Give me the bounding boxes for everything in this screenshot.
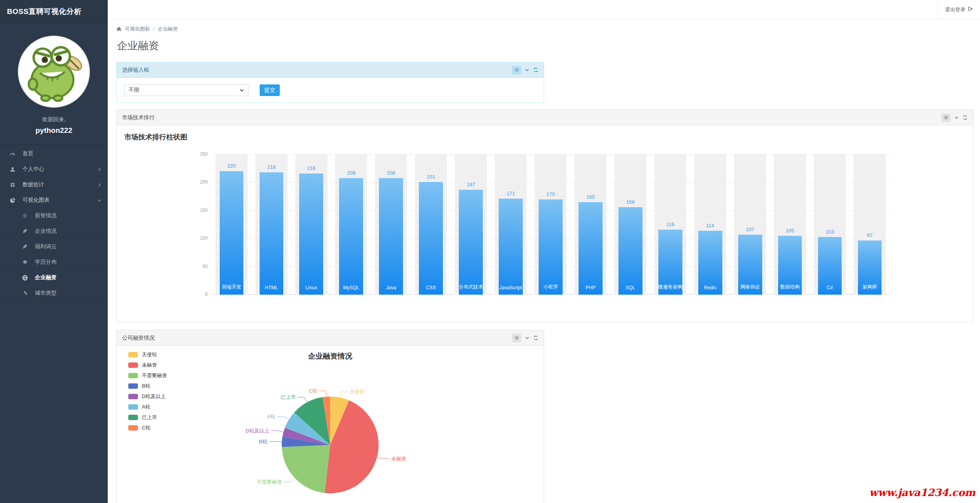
bar-slot-JavaScript[interactable]: 171JavaScript (491, 155, 531, 295)
sidebar-subitem-label: 企业情况 (35, 228, 57, 235)
legend-item-C轮[interactable]: C轮 (128, 424, 167, 431)
refresh-icon[interactable] (533, 67, 538, 72)
y-axis-tick-label: 200 (200, 179, 208, 185)
bar-slot-数据结构[interactable]: 105数据结构 (770, 155, 810, 295)
legend-swatch (128, 373, 138, 378)
legend-item-不需要融资[interactable]: 不需要融资 (128, 372, 167, 379)
sidebar-subitem-label: 薪资情况 (35, 212, 57, 219)
sidebar-subitem-企业情况[interactable]: 企业情况 (0, 223, 108, 239)
bar-value-label: 105 (770, 228, 810, 233)
bar-panel-title: 市场技术排行 (122, 114, 941, 121)
bar-slot-SQL[interactable]: 156SQL (610, 155, 650, 295)
sidebar-subitem-薪资情况[interactable]: 薪资情况 (0, 208, 108, 223)
sidebar-item-个人中心[interactable]: 个人中心 (0, 161, 108, 177)
refresh-icon[interactable] (533, 335, 538, 340)
gear-icon[interactable] (941, 113, 951, 122)
bar-slot-网络协议[interactable]: 107网络协议 (730, 155, 770, 295)
pie-slice-不需要融资[interactable] (282, 445, 330, 493)
grid-icon (9, 182, 16, 187)
refresh-icon[interactable] (963, 115, 968, 120)
y-axis-tick-label: 150 (200, 208, 208, 213)
pie-slice-label: 不需要融资 (257, 479, 282, 485)
bar-slot-Redis[interactable]: 114Redis (690, 155, 730, 295)
legend-swatch (128, 352, 138, 357)
collapse-chevron-icon[interactable] (525, 336, 529, 340)
filter-panel: 选择输入框 (116, 62, 544, 103)
sidebar-subitem-福利词云[interactable]: 福利词云 (0, 239, 108, 254)
sidebar-subitem-企业融资[interactable]: 企业融资 (0, 270, 108, 285)
bar-slot-架构师[interactable]: 97架构师 (850, 155, 890, 295)
user-icon (9, 167, 16, 172)
logout-button[interactable]: 退出登录 (938, 0, 980, 19)
bar-slot-小程序[interactable]: 170小程序 (531, 155, 571, 295)
legend-swatch (128, 415, 138, 420)
pie-label-leader-line (377, 457, 389, 459)
legend-item-天使轮[interactable]: 天使轮 (128, 351, 167, 358)
legend-item-A轮[interactable]: A轮 (128, 403, 167, 410)
bar-slot-Java[interactable]: 208Java (371, 155, 411, 295)
y-axis-tick-label: 250 (200, 151, 208, 157)
globe-icon (22, 275, 28, 281)
bar-category-label: Linux (291, 285, 331, 290)
sidebar-item-label: 个人中心 (22, 166, 44, 173)
bar-slot-CSS[interactable]: 201CSS (411, 155, 451, 295)
bar-slot-Linux[interactable]: 216Linux (291, 155, 331, 295)
pie-slice-label: D轮及以上 (246, 428, 269, 434)
bar-slot-分布式技术[interactable]: 187分布式技术 (451, 155, 491, 295)
profile-section: 欢迎回来, python222 (0, 23, 108, 145)
avatar (18, 36, 90, 108)
bar-slot-HTML[interactable]: 218HTML (251, 155, 291, 295)
filter-panel-title: 选择输入框 (122, 67, 512, 74)
gear-icon[interactable] (512, 334, 521, 342)
panel-tools (941, 113, 968, 122)
rocket-icon (22, 290, 28, 296)
pie-chart: 天使轮未融资不需要融资B轮D轮及以上A轮已上市C轮 (117, 346, 544, 503)
legend-item-D轮及以上[interactable]: D轮及以上 (128, 393, 167, 400)
legend-swatch (128, 362, 138, 368)
logout-icon (968, 6, 973, 13)
financing-select[interactable]: 不限 (124, 84, 248, 96)
sidebar-item-首页[interactable]: 首页 (0, 146, 108, 161)
username: python222 (0, 126, 108, 135)
y-axis-tick-label: 100 (200, 235, 208, 241)
breadcrumb-item[interactable]: 可视化图标 (125, 26, 150, 33)
bar-value-label: 156 (610, 199, 650, 205)
gear-icon[interactable] (512, 66, 521, 74)
sidebar-item-数据统计[interactable]: 数据统计 (0, 177, 108, 192)
bar-value-label: 170 (531, 191, 571, 197)
pie-label-leader-line (269, 441, 282, 442)
pie-slice-label: 未融资 (391, 456, 406, 462)
pie-slice-label: A轮 (267, 414, 276, 419)
sidebar-subitem-学历分布[interactable]: 学历分布 (0, 254, 108, 270)
bar-category-label: SQL (610, 285, 650, 290)
bar-value-label: 114 (690, 223, 730, 228)
legend-item-未融资[interactable]: 未融资 (128, 362, 167, 369)
bar-slot-微服务架构[interactable]: 116微服务架构 (650, 155, 690, 295)
pie-label-leader-line (271, 431, 283, 432)
sidebar-item-可视化图表[interactable]: 可视化图表 (0, 192, 108, 208)
sidebar-subitem-label: 福利词云 (35, 243, 57, 250)
bar-category-label: 前端开发 (212, 284, 251, 290)
collapse-chevron-icon[interactable] (525, 68, 529, 72)
pie-label-leader-line (340, 392, 348, 398)
bar (618, 207, 642, 295)
chevron-down-icon (97, 198, 102, 203)
legend-item-已上市[interactable]: 已上市 (128, 414, 167, 421)
legend-item-B轮[interactable]: B轮 (128, 383, 167, 390)
collapse-chevron-icon[interactable] (954, 115, 959, 120)
legend-swatch (128, 404, 138, 410)
y-axis-tick-label: 0 (205, 292, 208, 297)
bar-slot-MySQL[interactable]: 208MySQL (331, 155, 371, 295)
bar-slot-前端开发[interactable]: 220前端开发 (212, 155, 251, 295)
submit-button[interactable]: 提交 (260, 84, 280, 96)
bar (260, 172, 284, 295)
sidebar-subitem-城市类型[interactable]: 城市类型 (0, 285, 108, 301)
bar-slot-PHP[interactable]: 165PHP (570, 155, 610, 295)
bar (579, 202, 603, 295)
home-icon[interactable] (116, 26, 122, 32)
bar-slot-C#[interactable]: 103C# (810, 155, 850, 295)
legend-label: B轮 (142, 383, 150, 390)
pie-slice-label: 天使轮 (350, 389, 365, 395)
legend-label: 未融资 (142, 362, 157, 369)
sidebar-subitem-label: 学历分布 (35, 259, 57, 266)
